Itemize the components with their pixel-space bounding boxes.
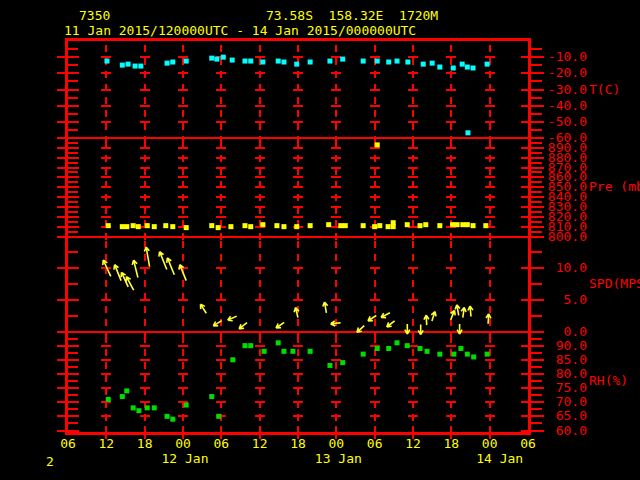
wind-arrow bbox=[387, 321, 395, 327]
relative_humidity-point bbox=[418, 346, 423, 351]
wind-arrow bbox=[461, 307, 466, 317]
relative_humidity-point bbox=[465, 352, 470, 357]
temperature-point bbox=[120, 63, 125, 68]
temperature-point bbox=[138, 64, 143, 69]
wind-arrow bbox=[451, 310, 456, 319]
wind-arrow bbox=[114, 265, 121, 281]
relative_humidity-point bbox=[152, 405, 157, 410]
temperature-point bbox=[209, 56, 214, 61]
relative_humidity-point bbox=[230, 357, 235, 362]
wind-arrow bbox=[159, 252, 167, 270]
relative_humidity-point bbox=[471, 354, 476, 359]
pressure-point bbox=[124, 224, 129, 229]
pressure-point bbox=[465, 222, 470, 227]
temperature-point bbox=[386, 60, 391, 65]
pressure-point bbox=[274, 223, 279, 228]
pressure-point bbox=[308, 223, 313, 228]
temperature-point bbox=[165, 61, 170, 66]
relative_humidity-point bbox=[276, 340, 281, 345]
wind-arrow bbox=[294, 308, 299, 318]
pressure-point bbox=[460, 222, 465, 227]
pressure-point bbox=[242, 223, 247, 228]
wind-arrow bbox=[179, 265, 186, 281]
pressure-point bbox=[170, 224, 175, 229]
relative_humidity-point bbox=[290, 349, 295, 354]
pressure-point bbox=[386, 224, 391, 229]
pressure-point bbox=[131, 223, 136, 228]
pressure-point bbox=[471, 223, 476, 228]
temperature-point bbox=[248, 59, 253, 64]
wind-arrow bbox=[167, 258, 175, 275]
relative_humidity-point bbox=[120, 394, 125, 399]
relative_humidity-point bbox=[131, 405, 136, 410]
temperature-point bbox=[242, 59, 247, 64]
wind-arrow bbox=[357, 326, 364, 333]
temperature-point bbox=[276, 59, 281, 64]
pressure-point bbox=[152, 224, 157, 229]
temperature-point bbox=[361, 59, 366, 64]
relative_humidity-point bbox=[136, 408, 141, 413]
pressure-point bbox=[216, 225, 221, 230]
relative_humidity-point bbox=[281, 349, 286, 354]
relative_humidity-point bbox=[262, 349, 267, 354]
pressure-point bbox=[423, 222, 428, 227]
pressure-point bbox=[294, 224, 299, 229]
relative_humidity-point bbox=[485, 352, 490, 357]
meteogram-screen: 7350 73.58S 158.32E 1720M 11 Jan 2015/12… bbox=[0, 0, 640, 480]
pressure-point bbox=[450, 222, 455, 227]
wind-arrow bbox=[213, 321, 221, 326]
wind-arrow bbox=[424, 315, 429, 325]
temperature-point bbox=[214, 57, 219, 62]
wind-arrow bbox=[144, 247, 149, 267]
pressure-point bbox=[260, 222, 265, 227]
pressure-point bbox=[391, 224, 396, 229]
wind-arrow bbox=[228, 316, 237, 321]
pressure-point bbox=[361, 223, 366, 228]
temperature-point bbox=[437, 65, 442, 70]
relative_humidity-point bbox=[395, 340, 400, 345]
wind-arrow bbox=[431, 312, 436, 322]
relative_humidity-point bbox=[405, 343, 410, 348]
wind-arrow bbox=[331, 321, 341, 326]
relative_humidity-point bbox=[361, 352, 366, 357]
relative_humidity-point bbox=[216, 414, 221, 419]
relative_humidity-point bbox=[209, 394, 214, 399]
pressure-point bbox=[405, 222, 410, 227]
relative_humidity-point bbox=[106, 397, 111, 402]
pressure-point bbox=[455, 222, 460, 227]
temperature-point bbox=[375, 59, 380, 64]
relative_humidity-point bbox=[437, 352, 442, 357]
pressure-point bbox=[145, 223, 150, 228]
temperature-point bbox=[471, 65, 476, 70]
relative_humidity-point bbox=[340, 360, 345, 365]
temperature-point bbox=[230, 58, 235, 63]
temperature-point bbox=[421, 62, 426, 67]
temperature-point bbox=[327, 59, 332, 64]
pressure-point bbox=[136, 224, 141, 229]
relative_humidity-point bbox=[308, 349, 313, 354]
wind-arrow bbox=[418, 325, 423, 335]
temperature-point bbox=[260, 60, 265, 65]
wind-arrow bbox=[486, 314, 491, 324]
wind-arrow bbox=[239, 323, 247, 329]
wind-arrow bbox=[323, 302, 328, 313]
wind-arrow bbox=[468, 306, 473, 317]
temperature-point bbox=[485, 62, 490, 67]
temperature-point bbox=[340, 57, 345, 62]
wind-arrow bbox=[381, 313, 390, 318]
relative_humidity-point bbox=[165, 414, 170, 419]
pressure-point bbox=[228, 224, 233, 229]
pressure-point bbox=[209, 223, 214, 228]
relative_humidity-point bbox=[386, 346, 391, 351]
pressure-point bbox=[281, 224, 286, 229]
wind-arrow bbox=[132, 260, 138, 277]
temperature-point bbox=[451, 65, 456, 70]
temperature-point bbox=[221, 55, 226, 60]
temperature-point bbox=[405, 60, 410, 65]
temperature-point bbox=[465, 65, 470, 70]
relative_humidity-point bbox=[170, 417, 175, 422]
pressure-point bbox=[437, 223, 442, 228]
wind-arrow bbox=[457, 324, 462, 334]
temperature-point bbox=[430, 61, 435, 66]
temperature-point bbox=[294, 62, 299, 67]
